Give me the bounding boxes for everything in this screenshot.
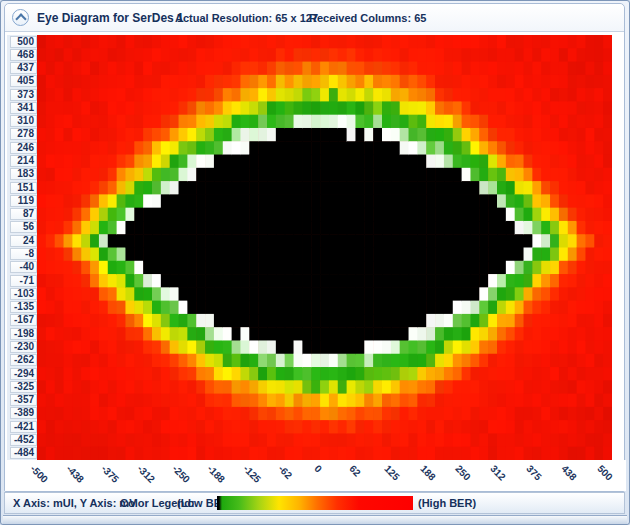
x-tick-label: -125 [241,463,263,485]
x-tick-label: 500 [595,463,615,483]
y-tick-label: 341 [10,102,37,114]
x-tick-label: 438 [559,463,579,483]
x-tick-label: 250 [453,463,473,483]
y-tick-label: 214 [10,155,37,167]
status-bar: X Axis: mUI, Y Axis: mV Color Legend: (L… [4,492,625,514]
y-tick-label: 56 [10,221,37,233]
y-tick-label: -135 [10,301,37,313]
x-tick-label: 0 [312,463,324,475]
chevron-up-icon [15,13,26,24]
y-tick-label: 278 [10,128,37,140]
eye-diagram-panel: Eye Diagram for SerDes 1 Actual Resoluti… [4,3,625,492]
x-axis-labels: -500-438-375-312-250-188-125-62062125188… [5,460,626,491]
y-tick-label: -421 [10,421,37,433]
y-tick-label: -452 [10,434,37,446]
y-tick-label: -40 [10,261,37,273]
y-tick-label: 310 [10,115,37,127]
x-tick-label: 125 [382,463,402,483]
x-tick-label: -188 [206,463,228,485]
y-tick-label: -262 [10,354,37,366]
y-axis-labels: 5004684374053733413102782462141831511198… [7,35,37,460]
x-tick-label: -312 [135,463,157,485]
x-tick-label: -438 [64,463,86,485]
x-tick-label: 312 [489,463,509,483]
y-tick-label: 87 [10,208,37,220]
received-columns-label: Received Columns: 65 [309,12,426,24]
y-tick-label: -325 [10,381,37,393]
y-tick-label: 437 [10,62,37,74]
axis-units-label: X Axis: mUI, Y Axis: mV [13,497,137,509]
collapse-button[interactable] [12,9,29,26]
eye-diagram-window: Eye Diagram for SerDes 1 Actual Resoluti… [0,0,630,525]
y-tick-label: 119 [10,195,37,207]
panel-title: Eye Diagram for SerDes 1 [37,11,184,25]
x-tick-label: 62 [347,463,363,479]
y-tick-label: -198 [10,328,37,340]
y-tick-label: -8 [10,248,37,260]
y-tick-label: -71 [10,275,37,287]
y-tick-label: -484 [10,447,37,459]
y-tick-label: -103 [10,288,37,300]
x-tick-label: -375 [99,463,121,485]
y-tick-label: -230 [10,341,37,353]
high-ber-label: (High BER) [418,497,476,509]
y-tick-label: 24 [10,235,37,247]
y-tick-label: -357 [10,394,37,406]
app-window: { "titlebar": { "title": "Eye Diagram fo… [0,0,630,525]
x-tick-label: 375 [524,463,544,483]
panel-titlebar: Eye Diagram for SerDes 1 Actual Resoluti… [5,4,624,32]
y-tick-label: 405 [10,75,37,87]
y-tick-label: -294 [10,368,37,380]
ber-color-legend-gradient [217,496,413,510]
y-tick-label: 183 [10,168,37,180]
x-tick-label: 188 [418,463,438,483]
x-tick-label: -62 [276,463,294,481]
window-bottom-edge [3,515,627,524]
y-tick-label: -389 [10,407,37,419]
actual-resolution-label: Actual Resolution: 65 x 127 [175,12,318,24]
y-tick-label: 246 [10,142,37,154]
y-tick-label: -167 [10,314,37,326]
y-tick-label: 500 [10,36,37,48]
y-tick-label: 373 [10,89,37,101]
x-tick-label: -500 [29,463,51,485]
eye-diagram-heatmap [37,35,612,460]
y-tick-label: 151 [10,182,37,194]
y-tick-label: 468 [10,49,37,61]
x-tick-label: -250 [170,463,192,485]
